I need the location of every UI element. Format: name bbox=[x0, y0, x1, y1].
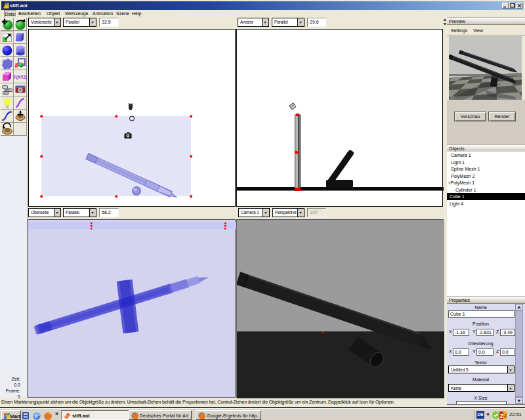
svg-text:A: A bbox=[504, 412, 507, 419]
svg-text:e: e bbox=[35, 413, 38, 419]
svg-text:F(XYZ): F(XYZ) bbox=[14, 75, 27, 80]
